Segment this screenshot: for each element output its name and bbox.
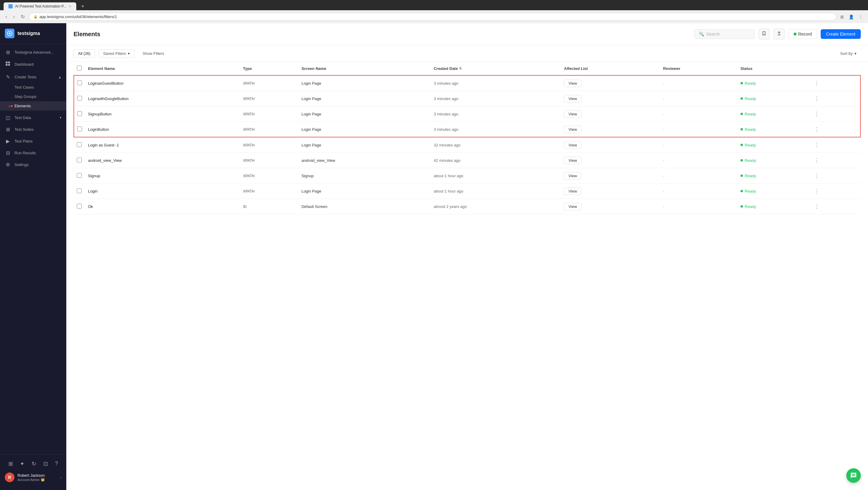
table-row: Ok ID Default Screen almost 2 years ago … <box>74 199 861 214</box>
saved-filters-button[interactable]: Saved Filters ▾ <box>98 50 134 58</box>
status-dot-icon <box>741 205 743 208</box>
element-type: XPATH <box>243 174 254 178</box>
share-button[interactable] <box>773 29 785 39</box>
new-tab-button[interactable]: + <box>79 3 87 10</box>
view-button[interactable]: View <box>564 110 581 118</box>
row-checkbox[interactable] <box>77 81 82 85</box>
reload-button[interactable]: ↻ <box>19 13 27 20</box>
view-button[interactable]: View <box>564 126 581 133</box>
row-more-button[interactable]: ⋮ <box>812 203 821 210</box>
row-checkbox[interactable] <box>77 188 82 193</box>
search-box[interactable]: 🔍 <box>694 29 755 39</box>
record-button[interactable]: Record <box>788 29 817 39</box>
app-container: testsigma ⊞ Testsigma Advanced... Dashbo… <box>0 23 868 490</box>
record-label: Record <box>798 32 812 36</box>
sidebar: testsigma ⊞ Testsigma Advanced... Dashbo… <box>0 23 66 490</box>
row-checkbox[interactable] <box>77 173 82 178</box>
forward-button[interactable]: › <box>11 13 16 20</box>
element-name: android_view_View <box>88 158 122 163</box>
table-row: Signup XPATH Signup about 1 hour ago Vie… <box>74 168 861 184</box>
grid-bottom-icon[interactable]: ⊞ <box>8 460 13 467</box>
bookmark-button[interactable] <box>758 29 770 39</box>
row-more-button[interactable]: ⋮ <box>812 156 821 164</box>
row-more-button[interactable]: ⋮ <box>812 125 821 133</box>
sidebar-item-elements[interactable]: ↩ Elements <box>0 101 66 111</box>
page-title: Elements <box>73 31 100 38</box>
search-input[interactable] <box>707 32 743 36</box>
user-role: Account Admin 👑 <box>18 478 57 482</box>
browser-actions: ⊞ 👤 ⋮ <box>839 13 864 20</box>
sidebar-item-test-suites[interactable]: ⊞ Test Suites <box>0 124 66 135</box>
row-more-button[interactable]: ⋮ <box>812 110 821 118</box>
created-date: 3 minutes ago <box>434 81 458 86</box>
user-info[interactable]: R Robert Jackson Account Admin 👑 › <box>0 469 66 485</box>
status-badge: Ready <box>741 96 806 101</box>
create-element-button[interactable]: Create Element <box>821 29 861 39</box>
active-tab[interactable]: AI Powered Test Automation P... ✕ <box>4 2 76 10</box>
search-icon: 🔍 <box>699 32 704 36</box>
table-header: Element Name Type Screen Name <box>74 62 861 75</box>
view-button[interactable]: View <box>564 172 581 180</box>
refresh-icon[interactable]: ↻ <box>32 460 36 467</box>
filter-tab-all[interactable]: All (26) <box>73 50 95 58</box>
sort-by-button[interactable]: Sort by ▾ <box>836 50 861 57</box>
row-more-button[interactable]: ⋮ <box>812 141 821 149</box>
user-chevron-icon: › <box>60 476 61 479</box>
table-row: android_view_View XPATH android_view_Vie… <box>74 153 861 168</box>
view-button[interactable]: View <box>564 203 581 210</box>
row-checkbox[interactable] <box>77 158 82 162</box>
row-more-button[interactable]: ⋮ <box>812 95 821 102</box>
sidebar-item-workspace[interactable]: ⊞ Testsigma Advanced... <box>0 47 66 58</box>
svg-rect-3 <box>6 64 7 66</box>
element-type: XPATH <box>243 143 254 147</box>
row-checkbox[interactable] <box>77 111 82 116</box>
created-date: 42 minutes ago <box>434 158 461 163</box>
extensions-button[interactable]: ⊞ <box>839 13 845 20</box>
chat-fab-button[interactable] <box>846 468 861 483</box>
profile-button[interactable]: 👤 <box>847 13 855 20</box>
row-checkbox[interactable] <box>77 142 82 147</box>
status-badge: Ready <box>741 127 806 132</box>
row-more-button[interactable]: ⋮ <box>812 79 821 87</box>
address-bar[interactable]: 🔒 app.testsigma.com/ui/td/36/elements/fi… <box>29 13 836 21</box>
status-badge: Ready <box>741 204 806 209</box>
row-checkbox[interactable] <box>77 127 82 131</box>
element-type: ID <box>243 205 247 209</box>
row-more-button[interactable]: ⋮ <box>812 187 821 195</box>
sidebar-item-create-tests[interactable]: ✎ Create Tests ▲ <box>0 71 66 83</box>
logo-icon <box>5 29 14 38</box>
sidebar-item-test-data[interactable]: ◫ Test Data ▾ <box>0 112 66 124</box>
column-screen-name: Screen Name <box>299 62 431 75</box>
more-options-button[interactable]: ⋮ <box>857 13 864 20</box>
tab-close-button[interactable]: ✕ <box>69 4 71 8</box>
row-checkbox[interactable] <box>77 96 82 101</box>
sidebar-item-dashboard[interactable]: Dashboard <box>0 58 66 70</box>
sidebar-item-test-plans[interactable]: ▶ Test Plans <box>0 135 66 147</box>
screen-name: Login Page <box>301 112 321 116</box>
view-button[interactable]: View <box>564 80 581 87</box>
sidebar-item-run-results[interactable]: ⊟ Run Results <box>0 147 66 159</box>
help-icon[interactable]: ? <box>55 460 58 467</box>
screen-name: Login Page <box>301 189 321 193</box>
sidebar-item-test-cases[interactable]: Test Cases <box>0 83 66 92</box>
show-filters-button[interactable]: Show Filters <box>138 50 169 58</box>
share-icon <box>777 31 781 37</box>
monitor-icon[interactable]: ⊡ <box>43 460 48 467</box>
element-name: LoginwithGoogleButton <box>88 96 128 101</box>
row-checkbox[interactable] <box>77 204 82 209</box>
view-button[interactable]: View <box>564 141 581 149</box>
view-button[interactable]: View <box>564 95 581 102</box>
dashboard-icon <box>5 61 11 67</box>
sparkle-icon[interactable]: ✦ <box>20 460 24 467</box>
select-all-checkbox[interactable] <box>77 66 82 70</box>
sidebar-item-settings[interactable]: ⚙ Settings <box>0 159 66 171</box>
reviewer: - <box>663 127 664 132</box>
back-button[interactable]: ‹ <box>4 13 9 20</box>
view-button[interactable]: View <box>564 187 581 195</box>
row-more-button[interactable]: ⋮ <box>812 172 821 180</box>
screen-name: Login Page <box>301 96 321 101</box>
view-button[interactable]: View <box>564 157 581 164</box>
crown-icon: 👑 <box>41 478 45 482</box>
element-type: XPATH <box>243 127 254 132</box>
sidebar-item-step-groups[interactable]: Step Groups <box>0 92 66 101</box>
